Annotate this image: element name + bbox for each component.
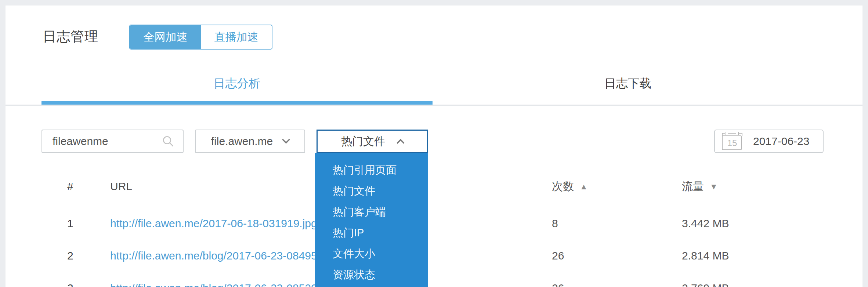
active-tab-underline bbox=[41, 101, 433, 105]
hot-type-select-value: 热门文件 bbox=[341, 134, 385, 149]
toggle-live-accel[interactable]: 直播加速 bbox=[201, 25, 272, 49]
row-index: 3 bbox=[67, 277, 73, 287]
table-row: 1 http://file.awen.me/2017-06-18-031919.… bbox=[6, 212, 862, 235]
column-header-count[interactable]: 次数▲ bbox=[552, 175, 588, 198]
table-row: 3 http://file.awen.me/blog/2017-06-23-08… bbox=[6, 277, 862, 287]
sort-desc-icon: ▼ bbox=[710, 182, 718, 191]
chevron-down-icon bbox=[282, 135, 290, 144]
tab-log-analysis[interactable]: 日志分析 bbox=[41, 62, 433, 105]
domain-select-value: file.awen.me bbox=[211, 135, 273, 148]
domain-select[interactable]: file.awen.me bbox=[195, 130, 305, 153]
row-count: 26 bbox=[552, 277, 564, 287]
column-header-index: # bbox=[67, 175, 73, 197]
hot-type-menu: 热门引用页面 热门文件 热门客户端 热门IP 文件大小 资源状态 bbox=[315, 153, 428, 287]
chevron-up-icon bbox=[397, 139, 405, 147]
content-panel: 日志管理 全网加速 直播加速 日志分析 日志下载 file.awen.me 热门… bbox=[6, 6, 862, 287]
row-traffic: 2.814 MB bbox=[682, 245, 729, 267]
table-header-row: # URL 次数▲ 流量▼ bbox=[6, 175, 862, 197]
toggle-fullnet-accel[interactable]: 全网加速 bbox=[130, 25, 201, 49]
search-input[interactable] bbox=[53, 135, 162, 148]
hot-type-select[interactable]: 热门文件 bbox=[317, 130, 428, 153]
column-header-traffic[interactable]: 流量▼ bbox=[682, 175, 718, 198]
menu-item-hot-referer[interactable]: 热门引用页面 bbox=[315, 160, 428, 181]
menu-item-file-size[interactable]: 文件大小 bbox=[315, 243, 428, 264]
row-traffic: 2.769 MB bbox=[682, 277, 729, 287]
sort-asc-icon: ▲ bbox=[580, 182, 588, 191]
row-index: 1 bbox=[67, 212, 73, 235]
search-icon[interactable] bbox=[162, 135, 175, 148]
accel-type-toggle: 全网加速 直播加速 bbox=[129, 25, 272, 50]
row-url-link[interactable]: http://file.awen.me/2017-06-18-031919.jp… bbox=[110, 217, 317, 229]
menu-item-resource-status[interactable]: 资源状态 bbox=[315, 264, 428, 285]
search-box bbox=[41, 130, 184, 153]
row-index: 2 bbox=[67, 245, 73, 267]
row-count: 26 bbox=[552, 245, 564, 267]
row-traffic: 3.442 MB bbox=[682, 212, 729, 235]
row-count: 8 bbox=[552, 212, 558, 235]
table-row: 2 http://file.awen.me/blog/2017-06-23-08… bbox=[6, 245, 862, 267]
menu-item-hot-ip[interactable]: 热门IP bbox=[315, 222, 428, 243]
date-picker-value: 2017-06-23 bbox=[753, 135, 809, 148]
date-picker[interactable]: 15 2017-06-23 bbox=[714, 130, 824, 153]
calendar-icon: 15 bbox=[721, 131, 744, 151]
calendar-icon-day: 15 bbox=[727, 138, 737, 148]
tab-log-download[interactable]: 日志下载 bbox=[433, 62, 824, 105]
page-title: 日志管理 bbox=[43, 28, 98, 46]
menu-item-hot-file[interactable]: 热门文件 bbox=[315, 181, 428, 201]
tab-bar: 日志分析 日志下载 bbox=[6, 62, 862, 106]
row-url-link[interactable]: http://file.awen.me/blog/2017-06-23-0852… bbox=[110, 282, 323, 287]
menu-item-hot-client[interactable]: 热门客户端 bbox=[315, 201, 428, 222]
column-header-url: URL bbox=[110, 175, 132, 197]
row-url-link[interactable]: http://file.awen.me/blog/2017-06-23-0849… bbox=[110, 250, 323, 262]
